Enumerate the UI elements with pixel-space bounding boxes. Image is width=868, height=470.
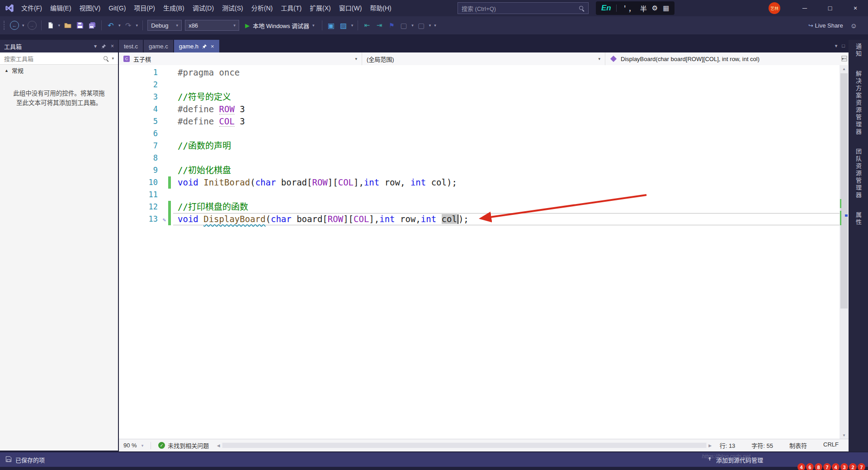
ime-toolbar[interactable]: En ＇， 半 ⚙ ▦: [596, 1, 675, 15]
rail-tab-3[interactable]: 团队资源管理器: [854, 148, 863, 199]
code-text[interactable]: //符号的定义: [173, 91, 840, 103]
rail-tab-2[interactable]: 解决方案资源管理器: [854, 71, 863, 136]
line-number[interactable]: 9: [119, 164, 166, 176]
chevron-down-icon[interactable]: ▾: [58, 23, 61, 28]
line-number[interactable]: 12: [119, 201, 166, 213]
scroll-right-icon[interactable]: ▶: [707, 443, 713, 448]
menu-item-7[interactable]: 调试(D): [189, 0, 218, 16]
line-number[interactable]: 13✎: [119, 213, 166, 225]
pin-icon[interactable]: [101, 44, 106, 49]
chevron-down-icon[interactable]: ▾: [312, 23, 315, 28]
redo-icon[interactable]: ↷: [124, 21, 133, 30]
ime-punctuation-icon[interactable]: ＇，: [622, 4, 635, 13]
menu-item-2[interactable]: 编辑(E): [46, 0, 75, 16]
ime-settings-icon[interactable]: ⚙: [652, 4, 658, 12]
ime-language-indicator[interactable]: En: [601, 4, 611, 13]
code-line-2[interactable]: 2: [119, 79, 840, 91]
scrollbar-track[interactable]: [222, 442, 707, 448]
navigate-forward-icon[interactable]: →: [28, 21, 37, 30]
code-text[interactable]: [173, 79, 840, 91]
zoom-level-combo[interactable]: 90 % ▾: [119, 439, 148, 451]
chevron-down-icon[interactable]: ▾: [112, 56, 114, 61]
scroll-down-icon[interactable]: ▼: [840, 432, 849, 439]
line-number[interactable]: 7: [119, 140, 166, 152]
code-text[interactable]: void DisplayBoard(char board[ROW][COL],i…: [173, 213, 840, 225]
menu-item-12[interactable]: 窗口(W): [335, 0, 366, 16]
user-avatar[interactable]: 艺林: [769, 2, 780, 14]
code-text[interactable]: //打印棋盘的函数: [173, 201, 840, 213]
eol-indicator[interactable]: CRLF: [823, 441, 839, 450]
menu-item-6[interactable]: 生成(B): [159, 0, 189, 16]
solution-configurations-combo[interactable]: Debug ▾: [147, 20, 182, 31]
chevron-down-icon[interactable]: ▾: [136, 23, 138, 28]
breakpoints-window-icon[interactable]: ▣: [327, 21, 336, 30]
menu-item-10[interactable]: 工具(T): [277, 0, 306, 16]
close-icon[interactable]: ×: [111, 43, 114, 49]
code-line-5[interactable]: 5#define COL 3: [119, 115, 840, 128]
editor-tab-game.h[interactable]: game.h×: [174, 40, 219, 52]
code-text[interactable]: //初始化棋盘: [173, 164, 840, 176]
menu-item-11[interactable]: 扩展(X): [306, 0, 335, 16]
solution-platforms-combo[interactable]: x86 ▾: [185, 20, 239, 31]
line-number[interactable]: 4: [119, 103, 166, 115]
code-line-9[interactable]: 9//初始化棋盘: [119, 164, 840, 176]
menu-item-3[interactable]: 视图(V): [75, 0, 105, 16]
scrollbar-thumb[interactable]: [222, 443, 706, 448]
step-into-icon[interactable]: ▢: [417, 21, 426, 30]
undo-icon[interactable]: ↶: [106, 21, 115, 30]
vertical-scrollbar[interactable]: ▲ ▼: [840, 65, 849, 439]
ime-toolbox-icon[interactable]: ▦: [663, 4, 669, 12]
toolbar-overflow-chevron-icon[interactable]: ▾: [434, 23, 436, 28]
rail-tab-4[interactable]: 属性: [854, 212, 863, 226]
code-line-8[interactable]: 8: [119, 152, 840, 164]
maximize-button[interactable]: □: [817, 0, 843, 16]
feedback-icon[interactable]: ☺: [850, 22, 857, 29]
code-text[interactable]: #pragma once: [173, 66, 840, 79]
editor-tab-test.c[interactable]: test.c: [119, 40, 143, 52]
horizontal-scrollbar[interactable]: ◀ ▶: [215, 442, 713, 449]
code-text[interactable]: [173, 189, 840, 201]
scroll-up-icon[interactable]: ▲: [840, 65, 849, 72]
split-editor-icon[interactable]: [841, 56, 847, 63]
chevron-down-icon[interactable]: ▾: [429, 23, 431, 28]
code-line-1[interactable]: 1#pragma once: [119, 66, 840, 79]
code-text[interactable]: [173, 128, 840, 140]
toolbox-section-general[interactable]: ▲ 常规: [0, 65, 118, 76]
code-editor[interactable]: 1#pragma once23//符号的定义4#define ROW 35#de…: [119, 65, 840, 439]
bookmark-icon[interactable]: ⚑: [387, 21, 396, 30]
open-file-icon[interactable]: [63, 21, 72, 30]
line-indicator[interactable]: 行: 13: [720, 441, 736, 450]
toolbox-header[interactable]: 工具箱 ▾ ×: [0, 40, 118, 52]
save-all-icon[interactable]: [88, 21, 97, 30]
menu-item-4[interactable]: Git(G): [104, 0, 130, 16]
menu-item-9[interactable]: 分析(N): [247, 0, 277, 16]
tab-close-icon[interactable]: ×: [211, 43, 214, 50]
chevron-down-icon[interactable]: ▾: [411, 23, 414, 28]
code-line-10[interactable]: 10void InitBorad(char borad[ROW][COL],in…: [119, 176, 840, 189]
line-number[interactable]: 3: [119, 91, 166, 103]
line-number[interactable]: 1: [119, 66, 166, 79]
code-text[interactable]: [173, 152, 840, 164]
line-number[interactable]: 10: [119, 176, 166, 189]
scrollbar-thumb[interactable]: [840, 73, 848, 309]
live-share-button[interactable]: ↪ Live Share: [808, 22, 843, 29]
float-window-icon[interactable]: □: [842, 43, 845, 49]
line-number[interactable]: 6: [119, 128, 166, 140]
chevron-down-icon[interactable]: ▾: [835, 43, 838, 49]
code-text[interactable]: #define COL 3: [173, 115, 840, 128]
minimize-button[interactable]: ─: [792, 0, 817, 16]
toolbox-search-input[interactable]: 搜索工具箱 ▾: [0, 52, 118, 65]
code-line-11[interactable]: 11: [119, 189, 840, 201]
problems-status[interactable]: 未找到相关问题: [168, 441, 209, 450]
tabs-indicator[interactable]: 制表符: [789, 441, 807, 450]
line-number[interactable]: 5: [119, 115, 166, 128]
code-line-4[interactable]: 4#define ROW 3: [119, 103, 840, 115]
code-text[interactable]: void InitBorad(char borad[ROW][COL],int …: [173, 176, 840, 189]
menu-item-13[interactable]: 帮助(H): [366, 0, 395, 16]
code-line-12[interactable]: 12//打印棋盘的函数: [119, 201, 840, 213]
code-text[interactable]: #define ROW 3: [173, 103, 840, 115]
project-dropdown[interactable]: C 五子棋 ▾: [119, 52, 362, 65]
member-dropdown[interactable]: DisplayBoard(char board[ROW][COL], int r…: [605, 52, 849, 65]
save-icon[interactable]: [75, 21, 85, 30]
chevron-down-icon[interactable]: ▾: [351, 23, 354, 28]
